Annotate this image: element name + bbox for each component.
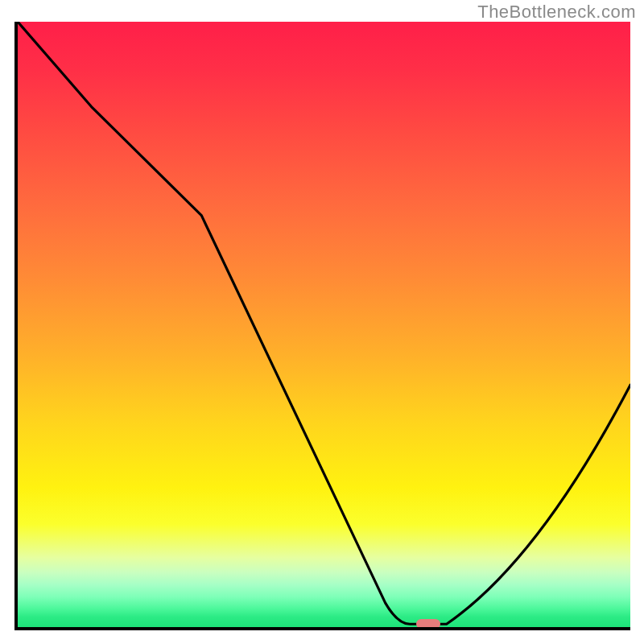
- optimum-marker: [416, 619, 440, 629]
- watermark-text: TheBottleneck.com: [477, 2, 636, 23]
- bottleneck-curve: [18, 22, 630, 624]
- plot-area: [14, 22, 630, 630]
- curve-layer: [18, 22, 630, 627]
- chart-stage: TheBottleneck.com: [0, 0, 644, 644]
